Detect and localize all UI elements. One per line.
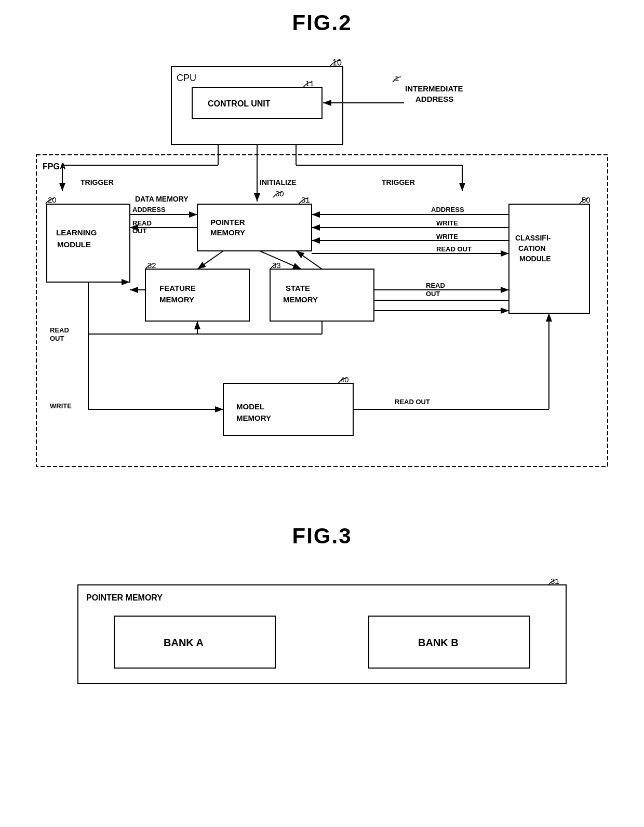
feature-memory-label1: FEATURE [159,284,196,292]
ref-40: 40 [340,375,349,384]
intermediate-address-label: INTERMEDIATE [405,84,463,93]
trigger-left-label: TRIGGER [81,178,114,186]
feature-memory-label2: MEMORY [159,295,194,304]
initialize-label: INITIALIZE [260,178,297,186]
model-memory-label1: MODEL [236,402,264,411]
svg-rect-14 [197,204,312,251]
address-left-label: ADDRESS [132,206,166,214]
read-out-3-label: READ [50,326,69,334]
ref-32: 32 [147,261,156,270]
read-out-1b-label: OUT [132,227,147,235]
write-1-label: WRITE [436,219,458,227]
fig2-title: FIG.2 [21,10,623,35]
trigger-right-label: TRIGGER [382,178,415,186]
cpu-label: CPU [177,73,196,83]
ref-30: 30 [275,189,284,198]
ref-20: 20 [48,195,57,204]
pointer-memory-label2: MEMORY [210,228,245,237]
write-3-label: WRITE [50,402,72,410]
write-2-label: WRITE [436,233,458,241]
fig3-section: FIG.3 POINTER MEMORY 31 BANK A BANK B [21,524,623,694]
page: FIG.2 CPU 10 CONTROL UNIT 11 [0,0,644,704]
cation-label: CATION [518,244,546,252]
fig3-title: FIG.3 [21,524,623,549]
state-memory-label1: STATE [286,284,310,292]
bank-b-label: BANK B [418,637,459,648]
ref-33: 33 [272,261,281,270]
svg-line-25 [197,251,223,269]
read-out-1-label: READ [132,219,152,227]
learning-module-label1: LEARNING [56,228,97,237]
data-memory-label: DATA MEMORY [135,195,189,203]
state-memory-label2: MEMORY [283,295,318,304]
model-memory-label2: MEMORY [236,414,271,422]
pointer-memory-fig3-label: POINTER MEMORY [86,593,163,602]
read-out-4b-label: OUT [426,290,440,298]
ref-50: 50 [582,195,591,204]
fig3-diagram: POINTER MEMORY 31 BANK A BANK B [21,569,623,694]
fig2-diagram: CPU 10 CONTROL UNIT 11 INTERMEDIATE ADDR… [21,51,623,503]
address-right-label: ADDRESS [431,206,464,214]
read-out-3b-label: OUT [50,335,64,342]
ref-31-fig3: 31 [551,577,559,585]
bank-a-label: BANK A [164,637,204,648]
pointer-memory-label: POINTER [210,218,245,226]
classifi-label: CLASSIFI- [515,234,551,242]
intermediate-address-label2: ADDRESS [415,95,453,103]
ref-11: 11 [305,79,314,88]
learning-module-label2: MODULE [57,240,91,249]
ref-31: 31 [301,195,310,204]
read-out-5-label: READ OUT [395,398,430,406]
control-unit-label: CONTROL UNIT [208,99,271,108]
read-out-2-label: READ OUT [436,245,472,253]
module-label: MODULE [519,255,551,263]
read-out-4-label: READ [426,282,445,289]
